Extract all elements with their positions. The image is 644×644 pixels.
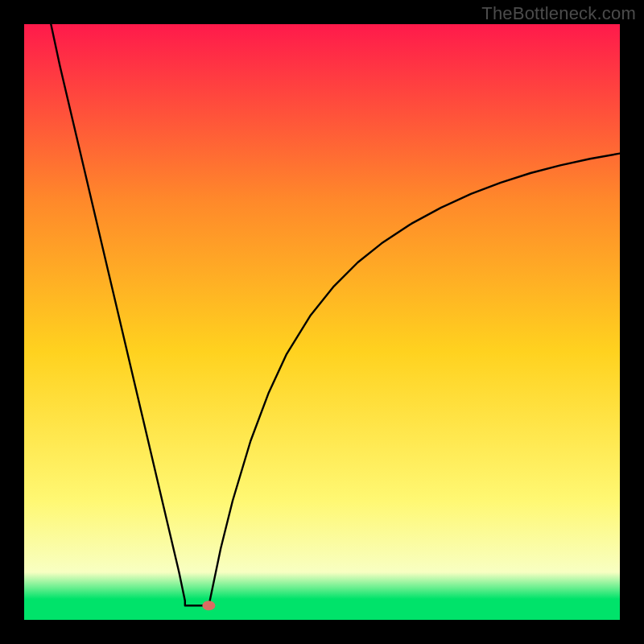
chart-svg [24, 24, 620, 620]
plot-area [24, 24, 620, 620]
chart-container: TheBottleneck.com [0, 0, 644, 644]
gradient-background [24, 24, 620, 620]
watermark-text: TheBottleneck.com [481, 3, 636, 24]
optimum-marker [202, 601, 215, 610]
